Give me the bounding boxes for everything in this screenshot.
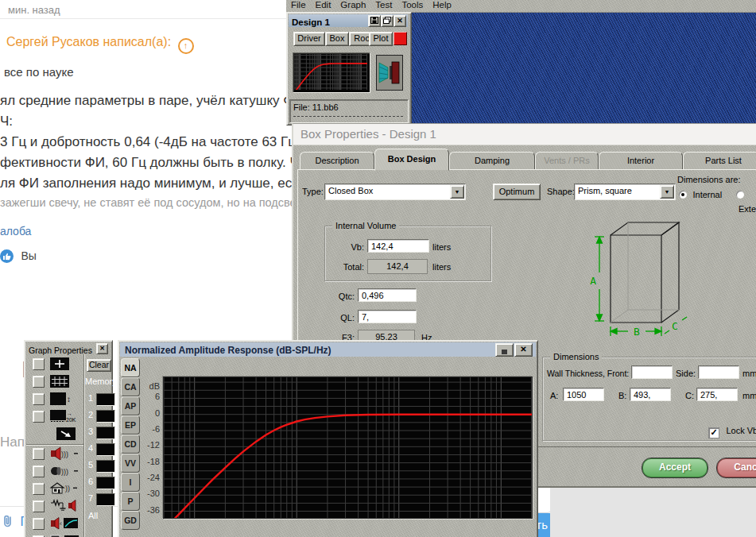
memory-all-label[interactable]: All — [88, 511, 98, 520]
dim-a-input[interactable] — [563, 388, 604, 401]
graph-tab-i[interactable]: I — [121, 473, 140, 492]
driver-transfer-toggle[interactable]: ✓ — [33, 518, 45, 530]
graph-tab-gd[interactable]: GD — [121, 511, 140, 530]
vb-label: Vb: — [335, 242, 364, 252]
dim-b-input[interactable] — [630, 388, 671, 401]
report-link[interactable]: алоба — [0, 225, 31, 238]
graph-tab-ap[interactable]: AP — [121, 396, 140, 415]
memory-slot-number: 7 — [88, 493, 93, 503]
amplitude-scale-toggle[interactable]: ✓ — [33, 393, 45, 405]
y-tick-label: 6 — [141, 392, 160, 401]
cancel-button[interactable]: Cancel — [716, 458, 756, 478]
graph-tab-na[interactable]: NA — [121, 358, 140, 377]
menu-help[interactable]: Help — [428, 0, 456, 10]
design-box-button[interactable]: Box — [325, 32, 349, 46]
memory-slot-button[interactable] — [96, 443, 115, 456]
clear-button[interactable]: Clear — [87, 359, 111, 372]
accept-button[interactable]: Accept — [642, 458, 708, 478]
crosshair-toggle[interactable]: ✓ — [33, 358, 45, 370]
close-icon[interactable]: ✕ — [96, 343, 108, 354]
room-response-icon: )) — [50, 481, 79, 498]
expand-quote-icon[interactable]: ↑ — [178, 38, 194, 54]
design-driver-button[interactable]: Driver — [293, 32, 325, 46]
qtc-input[interactable] — [358, 288, 417, 302]
reaction-icon[interactable] — [0, 249, 14, 263]
vb-input[interactable] — [367, 239, 429, 253]
wall-front-input[interactable] — [631, 365, 673, 379]
total-label: Total: — [335, 262, 364, 272]
design-plot-preview[interactable] — [293, 52, 370, 93]
graph-titlebar[interactable]: Normalized Amplitude Response (dB-SPL/Hz… — [120, 342, 536, 357]
response-plot[interactable] — [163, 377, 533, 519]
graph-properties-titlebar[interactable]: Graph Properties ✕ — [26, 342, 109, 354]
memory-slot-button[interactable] — [96, 460, 115, 473]
tab-interior[interactable]: Interior — [599, 152, 683, 170]
memory-slot-button[interactable] — [96, 410, 115, 423]
save-icon[interactable] — [368, 15, 381, 27]
design-window: Design 1 ✕ Driver Box Room Plot — [286, 12, 412, 126]
memory-slot-button[interactable] — [96, 427, 115, 439]
type-combobox[interactable]: Closed Box ▼ — [324, 184, 466, 200]
optimum-button[interactable]: Optimum — [493, 184, 541, 200]
dialog-title: Box Properties - Design 1 — [300, 127, 436, 141]
lock-vb-label: Lock Vb — [726, 426, 756, 435]
chevron-down-icon[interactable]: ▼ — [450, 185, 464, 199]
post-timestamp: мин. назад — [8, 4, 60, 16]
room-response-toggle[interactable]: ✓ — [33, 483, 45, 495]
chevron-down-icon[interactable]: ▼ — [660, 185, 674, 199]
svg-text:))): ))) — [61, 468, 68, 476]
grid-toggle[interactable]: ✓ — [33, 376, 45, 388]
design-plot-button[interactable]: Plot — [369, 32, 393, 46]
menu-file[interactable]: File — [286, 0, 311, 10]
radio-external[interactable]: Externa — [736, 187, 756, 215]
dim-c-input[interactable] — [696, 388, 738, 401]
graph-tab-p[interactable]: P — [121, 492, 140, 511]
vb-unit: liters — [432, 242, 451, 252]
dialog-titlebar[interactable]: Box Properties - Design 1 — [293, 124, 756, 145]
menu-graph[interactable]: Graph — [335, 0, 370, 10]
post-line: фективности ФИ, 60 Гц должны быть в полк… — [0, 153, 308, 173]
frequency-range-toggle[interactable]: ✓ — [33, 411, 45, 423]
corner-arrow-icon[interactable] — [56, 427, 76, 443]
cascade-icon[interactable] — [381, 15, 394, 27]
graph-tab-cd[interactable]: CD — [121, 435, 140, 454]
filter-network-toggle[interactable]: ✓ — [33, 500, 45, 512]
design-titlebar[interactable]: Design 1 ✕ — [289, 14, 408, 27]
total-unit: liters — [432, 262, 451, 272]
tab-description[interactable]: Description — [300, 152, 374, 170]
y-tick-label: -12 — [141, 440, 160, 450]
menu-tools[interactable]: Tools — [397, 0, 428, 10]
y-tick-label: -18 — [141, 457, 160, 466]
memory-slot-button[interactable] — [96, 477, 115, 489]
shape-value: Prism, square — [578, 186, 632, 195]
graph-tab-vv[interactable]: VV — [121, 454, 140, 473]
memory-slot-number: 3 — [88, 427, 93, 436]
menu-edit[interactable]: Edit — [311, 0, 336, 10]
lock-vb-checkbox[interactable]: ✓ Lock Vb — [708, 423, 756, 438]
graph-tab-ep[interactable]: EP — [121, 415, 140, 435]
ql-input[interactable] — [358, 310, 417, 323]
box-diagram: A B C — [549, 216, 756, 345]
wall-side-input[interactable] — [698, 365, 739, 379]
tab-box-design[interactable]: Box Design — [374, 149, 449, 171]
minimize-icon[interactable] — [495, 343, 514, 357]
driver-output-toggle[interactable]: ✓ — [33, 448, 45, 460]
graph-tab-ca[interactable]: CA — [121, 377, 140, 396]
plot-color-swatch[interactable] — [394, 32, 407, 45]
tab-vents-prs: Vents / PRs — [535, 152, 599, 170]
svg-text:→: → — [67, 411, 72, 416]
radio-internal[interactable]: Internal — [679, 187, 722, 201]
design-title: Design 1 — [292, 17, 330, 27]
close-icon[interactable]: ✕ — [394, 15, 406, 27]
close-icon[interactable]: ✕ — [514, 343, 533, 357]
mini-response-chart — [294, 54, 367, 90]
grid-icon — [50, 375, 69, 391]
port-output-toggle[interactable]: ✓ — [33, 466, 45, 477]
tab-damping[interactable]: Damping — [449, 152, 535, 170]
tab-parts-list[interactable]: Parts List — [683, 152, 756, 170]
memory-slot-button[interactable] — [96, 393, 115, 406]
menu-test[interactable]: Test — [370, 0, 397, 10]
memory-slot-button[interactable] — [96, 493, 115, 506]
shape-combobox[interactable]: Prism, square ▼ — [574, 184, 676, 200]
svg-text:)): )) — [65, 485, 70, 493]
